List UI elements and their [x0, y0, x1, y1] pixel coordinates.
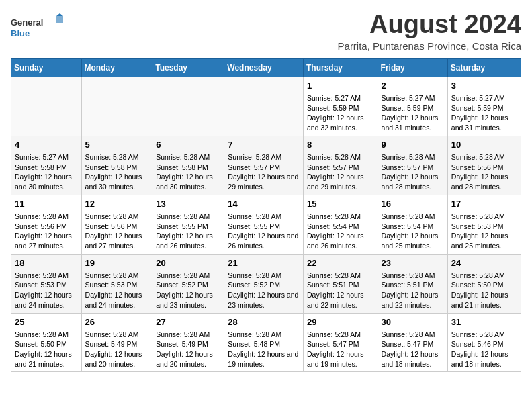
day-number: 28 — [228, 316, 300, 328]
calendar-cell: 5Sunrise: 5:28 AMSunset: 5:58 PMDaylight… — [81, 136, 152, 195]
cell-text: Sunset: 5:54 PM — [307, 222, 374, 232]
cell-text: Daylight: 12 hours and 27 minutes. — [15, 231, 78, 250]
calendar-cell — [81, 77, 152, 136]
cell-text: Sunset: 5:59 PM — [307, 103, 374, 113]
day-number: 7 — [228, 139, 300, 151]
cell-text: Sunset: 5:56 PM — [451, 163, 517, 173]
header-row: SundayMondayTuesdayWednesdayThursdayFrid… — [11, 58, 521, 77]
cell-text: Daylight: 12 hours and 30 minutes. — [85, 172, 149, 191]
day-number: 11 — [15, 198, 78, 210]
cell-text: Sunrise: 5:28 AM — [451, 152, 517, 163]
cell-text: Daylight: 12 hours and 31 minutes. — [382, 113, 444, 132]
cell-text: Daylight: 12 hours and 19 minutes. — [228, 349, 300, 369]
calendar-cell: 4Sunrise: 5:27 AMSunset: 5:58 PMDaylight… — [11, 136, 82, 195]
cell-text: Sunset: 5:53 PM — [85, 280, 149, 290]
header-tuesday: Tuesday — [152, 58, 224, 77]
calendar-cell: 19Sunrise: 5:28 AMSunset: 5:53 PMDayligh… — [81, 254, 152, 313]
title-section: August 2024 Parrita, Puntarenas Province… — [338, 11, 521, 52]
calendar-cell: 6Sunrise: 5:28 AMSunset: 5:58 PMDaylight… — [152, 136, 224, 195]
calendar-cell: 20Sunrise: 5:28 AMSunset: 5:52 PMDayligh… — [152, 254, 224, 313]
day-number: 8 — [307, 139, 374, 151]
main-title: August 2024 — [338, 11, 521, 39]
cell-text: Sunrise: 5:28 AM — [307, 271, 374, 281]
cell-text: Sunrise: 5:28 AM — [85, 152, 149, 163]
cell-text: Daylight: 12 hours and 28 minutes. — [382, 172, 444, 191]
cell-text: Sunset: 5:52 PM — [228, 280, 300, 290]
header-sunday: Sunday — [11, 58, 82, 77]
svg-text:General: General — [11, 17, 43, 28]
header-saturday: Saturday — [447, 58, 521, 77]
header-friday: Friday — [378, 58, 447, 77]
cell-text: Sunrise: 5:28 AM — [228, 330, 300, 340]
cell-text: Sunset: 5:59 PM — [451, 103, 517, 113]
cell-text: Daylight: 12 hours and 26 minutes. — [307, 231, 374, 250]
day-number: 1 — [307, 80, 374, 92]
calendar-cell — [152, 77, 224, 136]
cell-text: Sunrise: 5:28 AM — [382, 152, 444, 163]
cell-text: Sunrise: 5:28 AM — [451, 212, 517, 222]
cell-text: Daylight: 12 hours and 29 minutes. — [228, 172, 300, 191]
cell-text: Daylight: 12 hours and 21 minutes. — [15, 349, 78, 369]
cell-text: Daylight: 12 hours and 31 minutes. — [451, 113, 517, 132]
cell-text: Sunset: 5:59 PM — [382, 103, 444, 113]
week-row-1: 1Sunrise: 5:27 AMSunset: 5:59 PMDaylight… — [11, 77, 521, 136]
calendar-cell — [224, 77, 304, 136]
week-row-3: 11Sunrise: 5:28 AMSunset: 5:56 PMDayligh… — [11, 195, 521, 254]
cell-text: Sunrise: 5:28 AM — [451, 330, 517, 340]
cell-text: Daylight: 12 hours and 20 minutes. — [85, 349, 149, 369]
day-number: 19 — [85, 257, 149, 269]
calendar-cell: 10Sunrise: 5:28 AMSunset: 5:56 PMDayligh… — [447, 136, 521, 195]
day-number: 15 — [307, 198, 374, 210]
cell-text: Daylight: 12 hours and 19 minutes. — [307, 349, 374, 369]
calendar-cell: 30Sunrise: 5:28 AMSunset: 5:47 PMDayligh… — [378, 313, 447, 372]
cell-text: Sunset: 5:51 PM — [307, 280, 374, 290]
day-number: 2 — [382, 80, 444, 92]
calendar-cell: 26Sunrise: 5:28 AMSunset: 5:49 PMDayligh… — [81, 313, 152, 372]
calendar-cell: 2Sunrise: 5:27 AMSunset: 5:59 PMDaylight… — [378, 77, 447, 136]
header-wednesday: Wednesday — [224, 58, 304, 77]
calendar-cell: 18Sunrise: 5:28 AMSunset: 5:53 PMDayligh… — [11, 254, 82, 313]
day-number: 6 — [156, 139, 220, 151]
cell-text: Sunset: 5:58 PM — [15, 163, 78, 173]
cell-text: Sunrise: 5:27 AM — [307, 93, 374, 103]
day-number: 4 — [15, 139, 78, 151]
cell-text: Daylight: 12 hours and 28 minutes. — [451, 172, 517, 191]
day-number: 18 — [15, 257, 78, 269]
day-number: 26 — [85, 316, 149, 328]
calendar-cell: 21Sunrise: 5:28 AMSunset: 5:52 PMDayligh… — [224, 254, 304, 313]
calendar-cell: 24Sunrise: 5:28 AMSunset: 5:50 PMDayligh… — [447, 254, 521, 313]
cell-text: Sunrise: 5:28 AM — [228, 212, 300, 222]
cell-text: Sunrise: 5:28 AM — [156, 271, 220, 281]
header-monday: Monday — [81, 58, 152, 77]
cell-text: Sunset: 5:57 PM — [307, 163, 374, 173]
cell-text: Daylight: 12 hours and 20 minutes. — [156, 349, 220, 369]
cell-text: Daylight: 12 hours and 25 minutes. — [382, 231, 444, 250]
day-number: 21 — [228, 257, 300, 269]
cell-text: Sunset: 5:47 PM — [307, 339, 374, 349]
calendar-cell — [11, 77, 82, 136]
cell-text: Sunset: 5:49 PM — [156, 339, 220, 349]
logo-svg: General Blue — [11, 13, 64, 42]
cell-text: Daylight: 12 hours and 21 minutes. — [451, 290, 517, 310]
cell-text: Sunset: 5:58 PM — [156, 163, 220, 173]
day-number: 16 — [382, 198, 444, 210]
day-number: 29 — [307, 316, 374, 328]
cell-text: Sunrise: 5:28 AM — [307, 212, 374, 222]
calendar-cell: 12Sunrise: 5:28 AMSunset: 5:56 PMDayligh… — [81, 195, 152, 254]
cell-text: Sunrise: 5:28 AM — [15, 271, 78, 281]
cell-text: Sunrise: 5:28 AM — [451, 271, 517, 281]
day-number: 27 — [156, 316, 220, 328]
calendar-cell: 23Sunrise: 5:28 AMSunset: 5:51 PMDayligh… — [378, 254, 447, 313]
cell-text: Sunrise: 5:27 AM — [15, 152, 78, 163]
cell-text: Sunset: 5:58 PM — [85, 163, 149, 173]
cell-text: Daylight: 12 hours and 30 minutes. — [15, 172, 78, 191]
day-number: 30 — [382, 316, 444, 328]
cell-text: Daylight: 12 hours and 30 minutes. — [156, 172, 220, 191]
calendar-cell: 14Sunrise: 5:28 AMSunset: 5:55 PMDayligh… — [224, 195, 304, 254]
cell-text: Sunset: 5:47 PM — [382, 339, 444, 349]
cell-text: Daylight: 12 hours and 22 minutes. — [307, 290, 374, 310]
page-header: General Blue August 2024 Parrita, Puntar… — [11, 11, 521, 52]
cell-text: Daylight: 12 hours and 18 minutes. — [382, 349, 444, 369]
cell-text: Sunset: 5:56 PM — [85, 222, 149, 232]
cell-text: Sunrise: 5:28 AM — [156, 330, 220, 340]
